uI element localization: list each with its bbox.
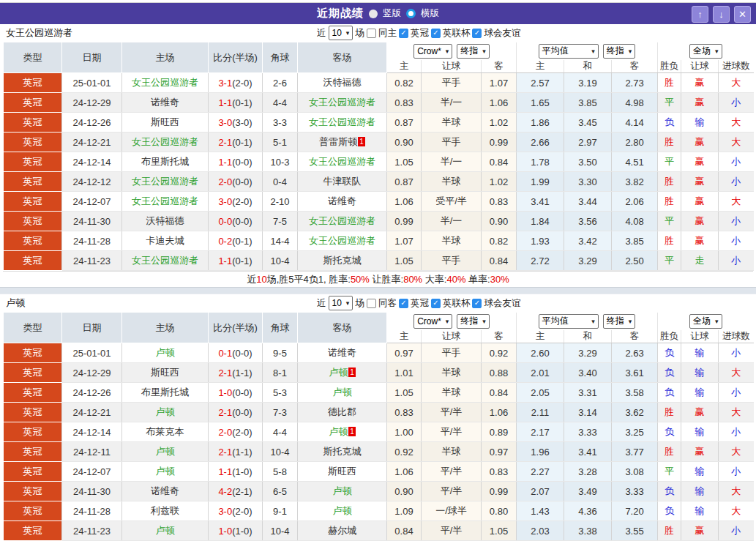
- average-select[interactable]: 平均值▾: [539, 44, 599, 59]
- team-name: 卢顿: [6, 296, 25, 310]
- home-team-name: 斯旺西: [151, 116, 179, 127]
- avg-home: 2.07: [517, 482, 564, 501]
- league-label-friendly[interactable]: 球会友谊: [484, 27, 520, 40]
- result-handicap: 输: [681, 462, 719, 482]
- check-icon: ✓: [474, 299, 480, 307]
- rank-badge: 1: [358, 137, 365, 146]
- avg-home: 1.84: [517, 212, 564, 231]
- result-outcome: 负: [658, 383, 681, 403]
- away-team: 赫尔城: [298, 521, 387, 541]
- home-team-name: 利兹联: [151, 505, 179, 516]
- result-goals: 小: [719, 462, 754, 482]
- result-outcome: 胜: [658, 172, 681, 192]
- league-badge: 英冠: [4, 73, 62, 93]
- chevron-down-icon: ▾: [482, 318, 486, 325]
- vertical-view-radio[interactable]: [369, 10, 378, 18]
- halftime-score: (0-1): [232, 97, 252, 108]
- matches-label: 场: [355, 27, 364, 40]
- final-odds-select[interactable]: 终指▾: [457, 44, 490, 59]
- corner-score: 6-5: [263, 482, 298, 501]
- fulltime-score: 2-1: [218, 367, 232, 378]
- avg-draw: 3.42: [564, 231, 612, 251]
- recent-count-select[interactable]: 10▾: [329, 26, 353, 40]
- odds-away: 1.07: [482, 73, 517, 93]
- league-checkbox-yingguan[interactable]: ✓: [399, 29, 408, 38]
- near-label: 近: [317, 27, 326, 40]
- result-outcome: 平: [658, 93, 681, 113]
- final-average-select[interactable]: 终指▾: [603, 44, 636, 59]
- odds-home: 1.06: [387, 192, 422, 212]
- corner-score: 10-4: [263, 521, 298, 541]
- fulltime-value: 全场: [693, 45, 711, 57]
- same-home-checkbox[interactable]: [367, 29, 376, 38]
- away-team: 卢顿: [298, 501, 387, 521]
- filter-controls: 近 10▾ 场 同客 ✓ 英冠 ✓ 英联杯 ✓ 球会友谊: [317, 296, 520, 310]
- fulltime-score: 1-1: [218, 466, 232, 477]
- corner-score: 8-1: [263, 363, 298, 383]
- match-score: 3-0(2-0): [209, 501, 263, 521]
- fulltime-score: 3-0: [218, 506, 232, 517]
- odds-handicap: 半球: [422, 113, 482, 133]
- same-away-label[interactable]: 同客: [378, 297, 397, 310]
- halftime-score: (0-1): [232, 236, 252, 247]
- league-label-yingguan[interactable]: 英冠: [411, 27, 429, 40]
- result-outcome: 胜: [658, 442, 681, 462]
- league-label-yinglianbei[interactable]: 英联杯: [443, 27, 471, 40]
- avg-away: 4.14: [612, 113, 658, 133]
- col-corner: 角球: [263, 313, 298, 343]
- avg-draw: 3.29: [564, 343, 612, 363]
- summary-segment: 80%: [403, 274, 422, 285]
- league-label-friendly[interactable]: 球会友谊: [484, 297, 520, 310]
- league-label-yingguan[interactable]: 英冠: [411, 297, 429, 310]
- same-away-checkbox[interactable]: [367, 299, 376, 308]
- fulltime-score: 2-1: [218, 137, 232, 148]
- halftime-score: (0-0): [232, 157, 252, 168]
- odds-away: 0.83: [482, 462, 517, 482]
- fulltime-select[interactable]: 全场▾: [689, 44, 722, 59]
- odds-away: 1.02: [482, 113, 517, 133]
- odds-handicap: 半/一: [422, 93, 482, 113]
- chevron-down-icon: ▾: [591, 318, 595, 325]
- away-team-name: 沃特福德: [323, 77, 362, 88]
- avg-away: 2.73: [612, 73, 658, 93]
- fulltime-select[interactable]: 全场▾: [689, 314, 722, 329]
- final-odds-select[interactable]: 终指▾: [457, 314, 490, 329]
- close-button[interactable]: ✕: [734, 6, 751, 23]
- league-checkbox-friendly[interactable]: ✓: [472, 29, 482, 38]
- league-checkbox-yinglianbei[interactable]: ✓: [431, 299, 441, 308]
- corner-score: 9-1: [263, 501, 298, 521]
- vertical-view-label[interactable]: 竖版: [383, 7, 401, 20]
- match-score: 2-0(0-0): [209, 172, 263, 192]
- home-team: 女王公园巡游者: [122, 192, 209, 212]
- result-handicap: 赢: [681, 212, 719, 231]
- league-checkbox-yingguan[interactable]: ✓: [399, 299, 408, 308]
- col-result-handicap: 让球: [681, 330, 719, 343]
- home-team-name: 女王公园巡游者: [132, 77, 198, 88]
- window-buttons: ↑ ↓ ✕: [692, 6, 751, 23]
- league-checkbox-friendly[interactable]: ✓: [472, 299, 482, 308]
- corner-score: 5-8: [263, 462, 298, 482]
- odds-handicap: 平手: [422, 73, 482, 93]
- scroll-up-button[interactable]: ↑: [692, 6, 708, 23]
- match-score: 2-0(2-0): [209, 422, 263, 442]
- scroll-down-button[interactable]: ↓: [713, 6, 730, 23]
- bookmaker-select[interactable]: Crow*▾: [413, 44, 452, 59]
- away-team-name: 女王公园巡游者: [309, 215, 375, 226]
- league-checkbox-yinglianbei[interactable]: ✓: [431, 29, 441, 38]
- halftime-score: (1-1): [232, 367, 252, 378]
- average-select[interactable]: 平均值▾: [539, 314, 599, 329]
- bookmaker-select[interactable]: Crow*▾: [413, 314, 452, 329]
- average-dropdowns: 平均值▾ 终指▾: [517, 42, 658, 60]
- fulltime-score: 2-1: [218, 407, 232, 418]
- recent-count-select[interactable]: 10▾: [329, 296, 353, 310]
- final-average-select[interactable]: 终指▾: [603, 314, 636, 329]
- horizontal-view-label[interactable]: 横版: [421, 7, 439, 20]
- rank-badge: 1: [348, 427, 356, 436]
- horizontal-view-radio[interactable]: [406, 9, 416, 18]
- league-badge: 英冠: [4, 442, 62, 462]
- league-label-yinglianbei[interactable]: 英联杯: [443, 297, 471, 310]
- same-home-label[interactable]: 同主: [378, 27, 397, 40]
- summary-segment: 单率:: [465, 274, 490, 285]
- odds-home: 1.00: [387, 422, 422, 442]
- result-goals: 小: [719, 172, 754, 192]
